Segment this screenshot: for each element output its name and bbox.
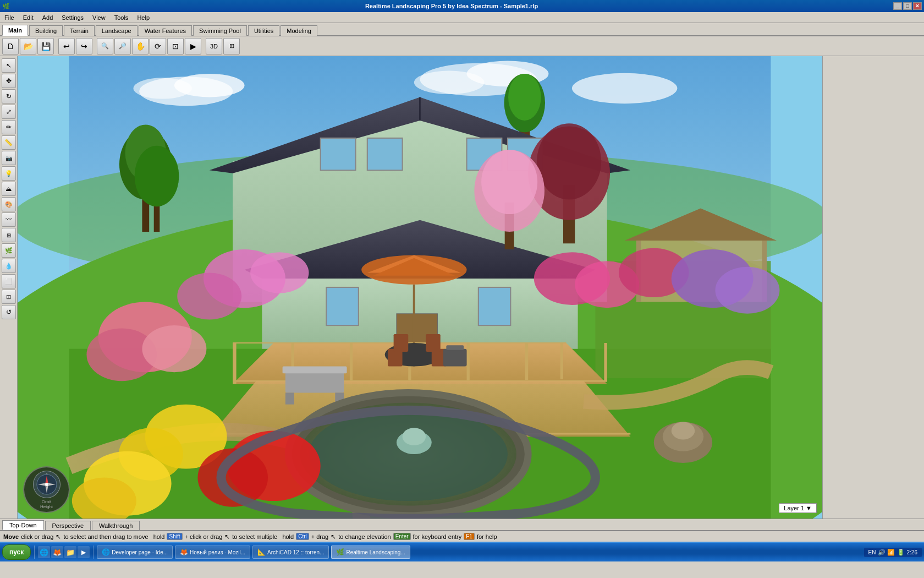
zoom-in-button[interactable]: 🔍 [97,38,113,54]
undo-button[interactable]: ↩ [58,38,75,54]
status-text-3: to select multiple hold [232,533,294,540]
app-icon: 🌿 [2,3,10,10]
svg-point-85 [715,267,779,314]
path-tool[interactable]: 〰 [2,212,16,227]
taskbar-mozilla[interactable]: 🦊 Новый релиз - Mozil... [175,546,250,559]
menubar: File Edit Add Settings View Tools Help [0,12,924,23]
minimize-button[interactable]: _ [893,2,902,10]
svg-rect-36 [525,343,528,380]
terrain-edit-tool[interactable]: ⛰ [2,182,16,196]
draw-tool[interactable]: ✏ [2,120,16,134]
redo-button[interactable]: ↪ [76,38,92,54]
window-controls[interactable]: _ □ ✕ [893,2,922,10]
tab-swimming-pool[interactable]: Swimming Pool [193,25,247,36]
view-tab-walkthrough[interactable]: Walkthrough [92,521,140,530]
pan-button[interactable]: ✋ [132,38,148,54]
taskbar-item-4-label: Realtime Landscaping... [346,549,405,555]
menu-file[interactable]: File [0,13,19,22]
start-button[interactable]: пуск [2,544,31,560]
plant-tool[interactable]: 🌿 [2,243,16,258]
menu-edit[interactable]: Edit [19,13,38,22]
close-button[interactable]: ✕ [913,2,922,10]
svg-point-96 [135,146,179,207]
layer-label: Layer 1 [784,505,804,511]
svg-text:N: N [46,473,47,475]
menu-settings[interactable]: Settings [57,13,88,22]
quicklaunch-media[interactable]: ▶ [78,546,90,558]
3d-view-button[interactable]: 3D [206,38,222,54]
svg-rect-53 [283,367,347,374]
quicklaunch-ie[interactable]: 🌐 [38,546,50,558]
language-indicator: EN [868,549,876,555]
status-text-6: for keyboard entry [413,533,462,540]
f1-key: F1 [464,533,475,540]
water-tool[interactable]: 💧 [2,259,16,273]
menu-add[interactable]: Add [38,13,58,22]
new-button[interactable]: 🗋 [2,38,19,54]
fence-tool[interactable]: ⊞ [2,228,16,242]
svg-rect-54 [285,392,294,404]
svg-point-6 [414,71,485,95]
light-tool[interactable]: 💡 [2,166,16,181]
system-tray: EN 🔊 📶 🔋 2:26 [864,548,922,557]
svg-rect-35 [467,343,470,380]
render-button[interactable]: ▶ [185,38,201,54]
status-text-1: to select and then drag to move hold [63,533,164,540]
start-label: пуск [9,548,24,556]
svg-point-80 [250,252,309,293]
layer-dropdown-icon[interactable]: ▼ [806,505,812,511]
quicklaunch-firefox[interactable]: 🦊 [51,546,63,558]
select-tool[interactable]: ↖ [2,58,16,73]
compass-orbit-label: Orbit [42,499,51,504]
tab-utilities[interactable]: Utilities [248,25,279,36]
menu-view[interactable]: View [88,13,110,22]
taskbar: пуск 🌐 🦊 📁 ▶ 🌐 Developer page - Ide... 🦊… [0,542,924,561]
zoom-out-button[interactable]: 🔎 [114,38,131,54]
view-tab-perspective[interactable]: Perspective [45,521,91,530]
svg-rect-49 [446,345,464,350]
cursor-icon3: ↖ [331,533,336,541]
compass-widget[interactable]: N Orbit Height [23,466,70,513]
scale-tool[interactable]: ⤢ [2,105,16,119]
paint-tool[interactable]: 🎨 [2,197,16,211]
quicklaunch-folder[interactable]: 📁 [64,546,76,558]
svg-point-11 [508,74,541,121]
taskbar-developer-page[interactable]: 🌐 Developer page - Ide... [97,546,173,559]
menu-tools[interactable]: Tools [110,13,133,22]
tab-landscape[interactable]: Landscape [96,25,138,36]
tab-modeling[interactable]: Modeling [280,25,317,36]
refresh-tool[interactable]: ↺ [2,305,16,319]
wireframe-button[interactable]: ⊞ [223,38,240,54]
layer-tool[interactable]: ⊡ [2,290,16,304]
camera-tool[interactable]: 📷 [2,151,16,165]
svg-rect-22 [367,138,403,170]
tab-terrain[interactable]: Terrain [64,25,95,36]
hardscape-tool[interactable]: ⬜ [2,274,16,288]
svg-rect-46 [394,334,409,352]
view-tab-topdown[interactable]: Top-Down [2,520,44,530]
orbit-button[interactable]: ⟳ [150,38,166,54]
viewport[interactable]: N Orbit Height Layer 1 ▼ [18,56,822,519]
layer-indicator[interactable]: Layer 1 ▼ [779,503,817,513]
taskbar-archicad[interactable]: 📐 ArchiCAD 12 :: torren... [252,546,329,559]
view-tabs: Top-Down Perspective Walkthrough [0,519,924,531]
rotate-tool[interactable]: ↻ [2,89,16,103]
titlebar: 🌿 Realtime Landscaping Pro 5 by Idea Spe… [0,0,924,12]
maximize-button[interactable]: □ [903,2,912,10]
save-button[interactable]: 💾 [37,38,54,54]
svg-rect-38 [604,343,607,381]
svg-point-102 [45,483,48,486]
tab-main[interactable]: Main [2,25,28,36]
tab-building[interactable]: Building [29,25,63,36]
menu-help[interactable]: Help [133,13,154,22]
shift-key: Shift [167,533,182,540]
svg-rect-31 [233,343,236,384]
measure-tool[interactable]: 📏 [2,135,16,150]
main-area: ↖ ✥ ↻ ⤢ ✏ 📏 📷 💡 ⛰ 🎨 〰 ⊞ 🌿 💧 ⬜ ⊡ ↺ [0,56,924,519]
svg-rect-21 [321,138,356,170]
move-tool[interactable]: ✥ [2,74,16,88]
taskbar-realtime[interactable]: 🌿 Realtime Landscaping... [331,546,410,559]
fit-button[interactable]: ⊡ [167,38,184,54]
tab-water-features[interactable]: Water Features [139,25,192,36]
open-button[interactable]: 📂 [20,38,36,54]
